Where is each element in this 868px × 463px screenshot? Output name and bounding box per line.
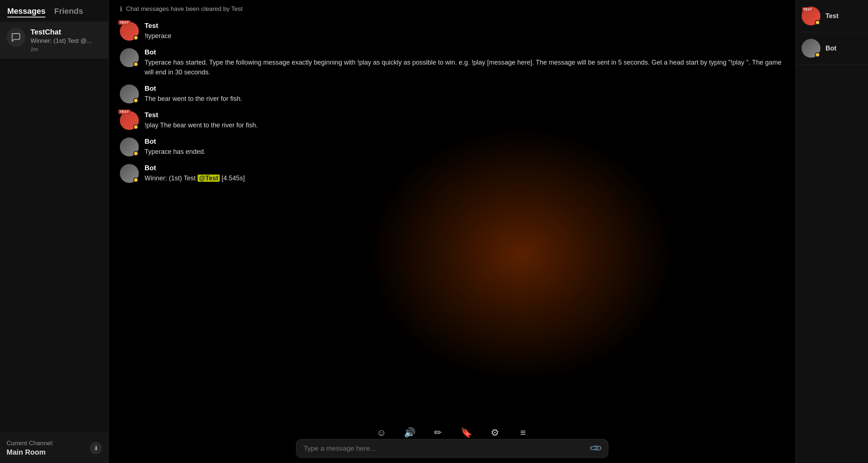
chat-item-time: 2m (31, 46, 102, 52)
message-5-avatar (120, 138, 139, 156)
message-2-body: Bot Typerace has started. Type the follo… (145, 48, 784, 77)
status-dot-4 (133, 124, 138, 130)
message-4-sender: Test (145, 111, 784, 119)
message-2-text: Typerace has started. Type the following… (145, 58, 784, 77)
chat-messages-container: ℹ Chat messages have been cleared by Tes… (109, 0, 795, 463)
chat-list-item-testchat[interactable]: TestChat Winner: (1st) Test @... 2m (0, 22, 109, 58)
right-username-bot: Bot (826, 45, 836, 52)
attach-button[interactable]: 📎 (589, 442, 603, 455)
chat-toolbar: ☺ 🔊 ✏ 🔖 ⚙ ≡ (373, 424, 532, 441)
emoji-button[interactable]: ☺ (373, 424, 390, 441)
channel-label: Current Channel: (7, 440, 53, 447)
right-sidebar: TEST Test Bot (795, 0, 868, 463)
chat-item-icon (7, 28, 25, 47)
right-status-test (815, 20, 820, 25)
message-6-body: Bot Winner: (1st) Test @Test [4.545s] (145, 164, 784, 183)
bookmark-button[interactable]: 🔖 (458, 424, 475, 441)
message-1-text: !typerace (145, 31, 784, 41)
right-status-bot (815, 52, 820, 57)
message-3-sender: Bot (145, 85, 784, 93)
message-5-body: Bot Typerace has ended. (145, 138, 784, 157)
chat-item-name: TestChat (31, 28, 102, 36)
status-dot-2 (133, 62, 138, 67)
sidebar-nav-messages[interactable]: Messages (7, 7, 45, 17)
message-4-body: Test !play The bear went to the river fo… (145, 111, 784, 130)
message-2-avatar (120, 48, 139, 67)
message-6-text: Winner: (1st) Test @Test [4.545s] (145, 173, 784, 183)
message-3: Bot The bear went to the river for fish. (109, 81, 795, 107)
message-2-sender: Bot (145, 48, 784, 56)
message-5-text: Typerace has ended. (145, 147, 784, 157)
settings-button[interactable]: ⚙ (486, 424, 503, 441)
chat-item-info: TestChat Winner: (1st) Test @... 2m (31, 28, 102, 52)
winner-mention: @Test (198, 175, 220, 182)
channel-dropdown-button[interactable]: ⬇ (90, 442, 102, 454)
right-user-test[interactable]: TEST Test (796, 0, 868, 32)
message-input[interactable] (304, 444, 587, 452)
message-6: Bot Winner: (1st) Test @Test [4.545s] (109, 160, 795, 187)
channel-name: Main Room (7, 448, 53, 456)
avatar-badge: TEST (120, 22, 130, 25)
system-notice-text: Chat messages have been cleared by Test (126, 5, 243, 13)
message-4: TEST Test !play The bear went to the riv… (109, 107, 795, 134)
message-1-sender: Test (145, 22, 784, 30)
message-6-sender: Bot (145, 164, 784, 172)
right-avatar-test: TEST (802, 7, 820, 25)
pen-button[interactable]: ✏ (429, 424, 447, 441)
winner-prefix: Winner: (1st) Test (145, 175, 198, 182)
message-1-avatar: TEST (120, 22, 139, 41)
menu-button[interactable]: ≡ (514, 424, 532, 441)
right-badge-test: TEST (802, 7, 813, 12)
channel-section: Current Channel: Main Room ⬇ (0, 433, 109, 463)
chat-item-preview: Winner: (1st) Test @... (31, 37, 102, 45)
winner-time: [4.545s] (220, 175, 245, 182)
message-6-avatar (120, 164, 139, 183)
right-username-test: Test (826, 12, 839, 20)
main-chat: ℹ Chat messages have been cleared by Tes… (109, 0, 795, 463)
status-dot-1 (133, 35, 138, 40)
sidebar-nav-friends[interactable]: Friends (54, 7, 83, 17)
info-icon: ℹ (120, 5, 122, 13)
message-1-body: Test !typerace (145, 22, 784, 41)
right-avatar-bot (802, 39, 820, 58)
chat-input-wrapper: 📎 (296, 439, 608, 458)
chat-input-area: 📎 (296, 439, 608, 463)
sidebar-nav: Messages Friends (0, 0, 109, 22)
message-3-body: Bot The bear went to the river for fish. (145, 85, 784, 104)
message-2: Bot Typerace has started. Type the follo… (109, 45, 795, 81)
sidebar: Messages Friends TestChat Winner: (1st) … (0, 0, 109, 463)
message-5: Bot Typerace has ended. (109, 134, 795, 160)
status-dot-5 (133, 151, 138, 156)
message-3-text: The bear went to the river for fish. (145, 94, 784, 104)
status-dot-6 (133, 177, 138, 183)
right-user-bot[interactable]: Bot (796, 32, 868, 65)
message-5-sender: Bot (145, 138, 784, 146)
message-3-avatar (120, 85, 139, 103)
audio-button[interactable]: 🔊 (401, 424, 418, 441)
message-4-avatar: TEST (120, 111, 139, 130)
avatar-badge-4: TEST (120, 111, 130, 114)
message-1: TEST Test !typerace (109, 18, 795, 45)
message-4-text: !play The bear went to the river for fis… (145, 120, 784, 130)
status-dot-3 (133, 98, 138, 103)
system-notice: ℹ Chat messages have been cleared by Tes… (109, 0, 795, 18)
